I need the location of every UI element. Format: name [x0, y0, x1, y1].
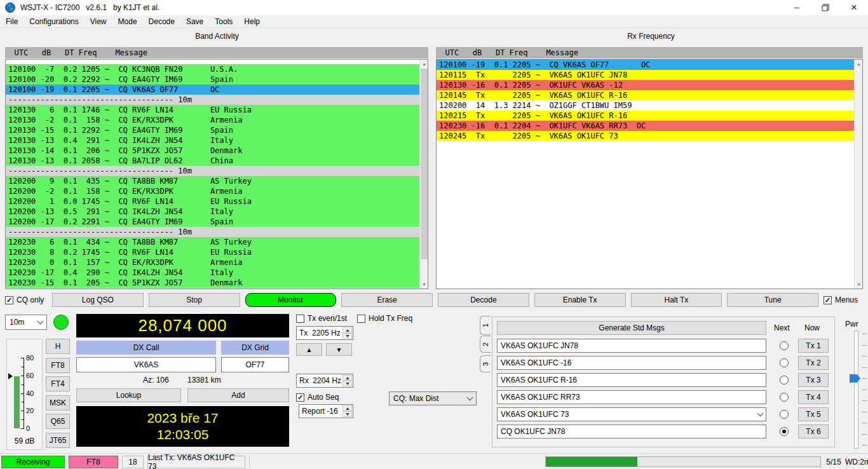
decode-row[interactable]: 120200 9 0.1 435 ~ CQ TA8BB KM87 AS Turk…: [6, 176, 419, 186]
band-select[interactable]: 10m: [5, 315, 47, 330]
spinner-buttons[interactable]: [342, 327, 352, 339]
rx-freq-spinner[interactable]: Rx 2204 Hz: [296, 374, 353, 388]
scroll-thumb[interactable]: [421, 69, 428, 259]
menu-save[interactable]: Save: [180, 16, 209, 27]
now-tx-button-6[interactable]: Tx 6: [798, 425, 829, 438]
decode-row[interactable]: 120100 -19 0.1 2205 ~ CQ VK6AS OF77 OC: [6, 85, 419, 95]
tx-message-field-1[interactable]: VK6AS OK1UFC JN78: [497, 339, 766, 353]
tx-message-field-4[interactable]: VK6AS OK1UFC RR73: [497, 390, 766, 404]
decode-row[interactable]: 120230 6 0.1 434 ~ CQ TA8BB KM87 AS Turk…: [6, 237, 419, 247]
pwr-slider-handle[interactable]: [850, 374, 860, 383]
mode-button-q65[interactable]: Q65: [46, 414, 70, 429]
next-radio-1[interactable]: [780, 341, 789, 350]
stop-button[interactable]: Stop: [149, 293, 240, 307]
decode-row[interactable]: 120130 -13 0.4 291 ~ CQ IK4LZH JN54 Ital…: [6, 135, 419, 146]
now-tx-button-1[interactable]: Tx 1: [798, 339, 829, 353]
spinner-buttons[interactable]: [342, 375, 352, 386]
menu-mode[interactable]: Mode: [112, 16, 143, 27]
now-tx-button-3[interactable]: Tx 3: [798, 373, 829, 387]
next-radio-2[interactable]: [780, 358, 789, 367]
menus-checkbox[interactable]: ✓ Menus: [824, 296, 863, 304]
tx-even-checkbox[interactable]: Tx even/1st: [296, 314, 347, 323]
mode-button-jt65[interactable]: JT65: [46, 433, 70, 448]
tx-message-field-3[interactable]: VK6AS OK1UFC R-16: [497, 373, 766, 387]
next-radio-4[interactable]: [780, 393, 789, 402]
pwr-slider-track[interactable]: [854, 330, 858, 449]
cq-only-checkbox[interactable]: ✓ CQ only: [5, 296, 47, 304]
scroll-down-icon[interactable]: ▼: [420, 280, 428, 289]
halt-tx-button[interactable]: Halt Tx: [631, 293, 722, 307]
spin-up-icon[interactable]: [342, 405, 352, 411]
nudge-up-button[interactable]: ▲: [296, 343, 322, 356]
dx-grid-input[interactable]: OF77: [221, 357, 289, 372]
decode-row[interactable]: 120130 -15 0.1 2292 ~ CQ EA4GTY IM69 Spa…: [6, 125, 419, 135]
menu-configurations[interactable]: Configurations: [24, 16, 84, 27]
tx-freq-spinner[interactable]: Tx 2205 Hz: [296, 326, 353, 340]
erase-button[interactable]: Erase: [341, 293, 433, 307]
scroll-up-icon[interactable]: ▲: [855, 60, 863, 68]
tx-message-field-6[interactable]: CQ OK1UFC JN78: [497, 425, 766, 438]
decode-row[interactable]: 120230 -17 0.4 290 ~ CQ IK4LZH JN54 Ital…: [6, 268, 419, 278]
decode-row[interactable]: 120200 14 1.3 2214 ~ OZ1GGF CT1BWU IM59: [437, 100, 854, 111]
tx-message-field-2[interactable]: VK6AS OK1UFC -16: [497, 356, 766, 370]
hold-tx-freq-checkbox[interactable]: Hold Tx Freq: [357, 314, 412, 323]
close-button[interactable]: ×: [840, 0, 868, 15]
generate-std-msgs-button[interactable]: Generate Std Msgs: [497, 321, 766, 335]
decode-row[interactable]: 120200 -13 0.5 291 ~ CQ IK4LZH JN54 Ital…: [6, 207, 419, 217]
decode-row[interactable]: 120130 -16 0.1 2205 ~ OK1UFC VK6AS -12: [437, 80, 854, 90]
now-tx-button-2[interactable]: Tx 2: [798, 356, 829, 370]
band-activity-scrollbar[interactable]: ▲ ▼: [419, 60, 428, 289]
menu-help[interactable]: Help: [238, 16, 266, 27]
restore-button[interactable]: [811, 0, 839, 15]
report-spinner[interactable]: Report -16: [299, 404, 353, 418]
minimize-button[interactable]: ─: [783, 0, 811, 15]
next-radio-6[interactable]: [780, 427, 789, 436]
nudge-down-button[interactable]: ▼: [326, 343, 352, 356]
decode-row[interactable]: 120130 -13 0.1 2058 ~ CQ BA7LIP OL62 Chi…: [6, 156, 419, 166]
spin-down-icon[interactable]: [342, 333, 352, 339]
menu-file[interactable]: File: [0, 16, 24, 27]
decode-row[interactable]: 120230 -16 0.1 2204 ~ OK1UFC VK6AS RR73 …: [437, 121, 854, 131]
now-tx-button-4[interactable]: Tx 4: [798, 390, 829, 404]
tx-message-field-5[interactable]: VK6AS OK1UFC 73: [497, 407, 766, 421]
message-tab-3[interactable]: 3: [480, 355, 491, 372]
message-tab-2[interactable]: 2: [480, 336, 491, 353]
decode-row[interactable]: 120145 Tx 2205 ~ VK6AS OK1UFC R-16: [437, 90, 854, 100]
decode-row[interactable]: 120115 Tx 2205 ~ VK6AS OK1UFC JN78: [437, 70, 854, 80]
mode-button-msk[interactable]: MSK: [46, 395, 70, 411]
scroll-down-icon[interactable]: ▼: [855, 280, 863, 289]
decode-row[interactable]: 120130 6 0.1 1746 ~ CQ RV6F LN14 EU Russ…: [6, 105, 419, 115]
next-radio-3[interactable]: [780, 376, 789, 384]
auto-seq-checkbox[interactable]: ✓ Auto Seq: [296, 393, 339, 402]
decode-row[interactable]: 120230 -15 0.1 205 ~ CQ 5P1KZX JO57 Denm…: [6, 278, 419, 288]
decode-row[interactable]: 120100 -20 0.2 2292 ~ CQ EA4GTY IM69 Spa…: [6, 74, 419, 85]
cq-mode-select[interactable]: CQ: Max Dist: [389, 391, 477, 405]
dx-call-input[interactable]: VK6AS: [76, 357, 216, 372]
lookup-button[interactable]: Lookup: [76, 388, 181, 402]
mode-button-ft4[interactable]: FT4: [46, 376, 70, 391]
now-tx-button-5[interactable]: Tx 5: [798, 407, 829, 421]
decode-button[interactable]: Decode: [438, 293, 529, 307]
decode-row[interactable]: 120130 -2 0.1 158 ~ CQ EK/RX3DPK Armenia: [6, 115, 419, 125]
spin-down-icon[interactable]: [342, 381, 352, 386]
spin-down-icon[interactable]: [342, 411, 352, 417]
message-tab-1[interactable]: 1: [480, 316, 491, 335]
menu-tools[interactable]: Tools: [209, 16, 238, 27]
monitor-button[interactable]: Monitor: [245, 293, 337, 307]
add-button[interactable]: Add: [187, 388, 289, 402]
decode-row[interactable]: 120200 -2 0.1 158 ~ CQ EK/RX3DPK Armenia: [6, 186, 419, 196]
spin-up-icon[interactable]: [342, 327, 352, 333]
menu-view[interactable]: View: [85, 16, 112, 27]
decode-row[interactable]: 120200 1 0.0 1745 ~ CQ RV6F LN14 EU Russ…: [6, 196, 419, 207]
mode-button-h[interactable]: H: [46, 339, 70, 354]
decode-row[interactable]: 120230 8 0.2 1745 ~ CQ RV6F LN14 EU Russ…: [6, 247, 419, 257]
spin-up-icon[interactable]: [342, 375, 352, 381]
decode-row[interactable]: 120230 0 0.1 157 ~ CQ EK/RX3DPK Armenia: [6, 257, 419, 268]
scroll-up-icon[interactable]: ▲: [420, 60, 428, 68]
decode-row[interactable]: 120100 -7 0.2 1205 ~ CQ KC3NQB FN20 U.S.…: [6, 64, 419, 74]
enable-tx-button[interactable]: Enable Tx: [534, 293, 626, 307]
decode-row[interactable]: 120100 -19 0.1 2205 ~ CQ VK6AS OF77 OC: [437, 60, 854, 70]
decode-row[interactable]: 120215 Tx 2205 ~ VK6AS OK1UFC R-16: [437, 111, 854, 121]
spinner-buttons[interactable]: [342, 405, 352, 417]
tune-button[interactable]: Tune: [727, 293, 818, 307]
